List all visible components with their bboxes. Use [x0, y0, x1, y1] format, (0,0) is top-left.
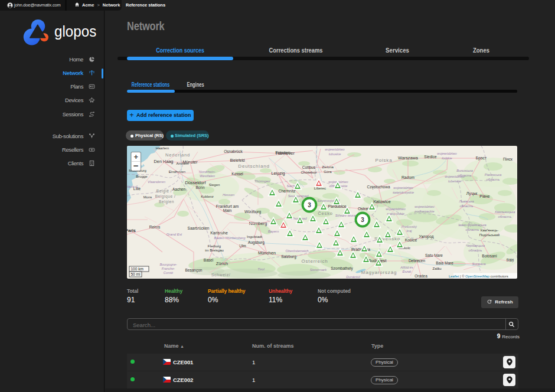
svg-text:Belgien: Belgien: [159, 200, 174, 204]
svg-text:Bonn: Bonn: [195, 185, 205, 190]
svg-text:lubuskie: lubuskie: [329, 152, 341, 156]
svg-text:Брэст: Брэст: [476, 156, 487, 161]
svg-text:Salzburg: Salzburg: [281, 254, 296, 259]
svg-text:Пінск: Пінск: [503, 157, 512, 161]
svg-text:Zürich: Zürich: [216, 261, 228, 266]
svg-text:Zielona: Zielona: [322, 165, 334, 169]
svg-text:świętokrzyskie: świętokrzyskie: [393, 191, 414, 194]
svg-text:Österreich: Österreich: [302, 259, 328, 264]
svg-text:50 mi: 50 mi: [131, 272, 141, 276]
svg-text:область: область: [466, 228, 479, 231]
svg-text:Botosani: Botosani: [482, 254, 497, 258]
svg-text:Észak: Észak: [402, 270, 412, 273]
svg-text:Besançon: Besançon: [185, 268, 203, 273]
svg-text:−: −: [133, 161, 139, 171]
svg-text:Хмельницька: Хмельницька: [494, 210, 515, 214]
svg-text:Baia Mare: Baia Mare: [436, 261, 453, 265]
svg-text:Bielefeld: Bielefeld: [230, 158, 245, 162]
svg-text:область: область: [469, 249, 482, 252]
svg-text:Augsburg: Augsburg: [248, 240, 265, 245]
svg-text:Grand Est: Grand Est: [166, 233, 182, 236]
svg-text:Bayern: Bayern: [268, 230, 279, 233]
svg-text:Луцьк: Луцьк: [466, 191, 478, 196]
svg-text:Кам'янець-: Кам'янець-: [481, 228, 499, 232]
svg-text:область: область: [460, 204, 474, 208]
svg-text:Arnhem: Arnhem: [176, 162, 188, 165]
svg-text:область: область: [487, 178, 500, 181]
svg-text:Івано-Франківська: Івано-Франківська: [458, 223, 486, 227]
svg-text:+: +: [133, 152, 138, 161]
svg-text:Oradea: Oradea: [414, 274, 427, 278]
svg-text:Львівська: Львівська: [458, 200, 474, 203]
svg-text:область: область: [498, 215, 512, 218]
svg-text:Osnabrück: Osnabrück: [224, 149, 243, 153]
svg-text:kraj: kraj: [406, 229, 412, 233]
svg-text:im Breisgau: im Breisgau: [205, 249, 224, 252]
svg-text:Main: Main: [223, 208, 232, 213]
svg-text:Tirol: Tirol: [257, 267, 265, 271]
svg-text:Suceava: Suceava: [472, 262, 487, 266]
svg-text:область: область: [458, 174, 472, 177]
svg-text:Aachen: Aachen: [172, 187, 185, 191]
svg-text:Westfalen: Westfalen: [200, 174, 216, 178]
svg-text:Cottbus: Cottbus: [302, 165, 316, 169]
svg-text:Polska: Polska: [376, 158, 393, 163]
svg-text:Siedlce: Siedlce: [424, 155, 437, 159]
svg-text:Warszawa: Warszawa: [398, 155, 419, 161]
svg-text:Belgique /: Belgique /: [155, 194, 176, 199]
svg-text:Paris: Paris: [127, 228, 136, 233]
svg-text:Ужгород: Ужгород: [419, 234, 434, 239]
svg-text:Bălți: Bălți: [507, 258, 514, 263]
svg-text:3: 3: [361, 217, 364, 223]
svg-text:Vlaanderen: Vlaanderen: [148, 180, 166, 184]
svg-text:Frankfurt am: Frankfurt am: [216, 204, 239, 208]
svg-text:100 km: 100 km: [131, 267, 143, 271]
svg-text:Zalău: Zalău: [432, 267, 441, 270]
svg-text:Częstochowa: Częstochowa: [367, 185, 390, 190]
svg-text:Подільський: Подільський: [479, 233, 500, 237]
svg-text:Mons: Mons: [143, 195, 152, 199]
svg-text:Nordrhein-: Nordrhein-: [199, 170, 216, 174]
svg-text:Oberösterreich: Oberösterreich: [286, 249, 309, 253]
svg-text:Ingolstadt: Ingolstadt: [247, 235, 262, 239]
svg-text:Česko: Česko: [318, 211, 333, 216]
svg-text:Koblenz: Koblenz: [201, 195, 214, 198]
svg-text:München: München: [258, 250, 276, 256]
svg-text:Dunántúl: Dunántúl: [346, 275, 360, 279]
svg-text:Brugge: Brugge: [136, 175, 148, 178]
svg-text:Basel: Basel: [204, 258, 214, 262]
svg-text:Alföld és: Alföld és: [400, 266, 413, 269]
svg-text:Leaflet | © OpenStreetMap cont: Leaflet | © OpenStreetMap contributors: [449, 275, 508, 278]
svg-text:Рівненська: Рівненська: [485, 173, 502, 177]
svg-text:Hauts-d...: Hauts-d...: [127, 185, 140, 188]
svg-text:Schweiz/: Schweiz/: [211, 273, 230, 277]
svg-text:lubelskie: lubelskie: [448, 179, 461, 183]
svg-text:Steiermark: Steiermark: [310, 268, 328, 272]
svg-text:Würzburg: Würzburg: [244, 210, 262, 214]
svg-text:województwo: województwo: [437, 152, 456, 155]
svg-text:Saarbrücken: Saarbrücken: [188, 226, 210, 230]
svg-text:łódzkie: łódzkie: [442, 156, 452, 160]
svg-text:Deutschland: Deutschland: [238, 164, 269, 169]
svg-text:województwo: województwo: [393, 186, 413, 190]
svg-text:województwo: województwo: [414, 205, 434, 208]
svg-text:3: 3: [308, 202, 311, 208]
svg-text:Szombathely: Szombathely: [331, 266, 353, 271]
svg-text:Katowice: Katowice: [373, 199, 391, 204]
svg-text:Düsseldorf: Düsseldorf: [185, 180, 207, 185]
svg-text:województwo: województwo: [325, 148, 344, 151]
svg-text:Góra: Góra: [324, 170, 332, 174]
svg-text:Baden-Württemberg: Baden-Württemberg: [214, 236, 246, 240]
svg-text:België /: België /: [156, 189, 172, 194]
svg-text:Franche-: Franche-: [162, 267, 175, 270]
svg-text:Potsdam: Potsdam: [275, 151, 290, 155]
svg-text:Freiburg: Freiburg: [208, 244, 221, 248]
svg-text:Siegen: Siegen: [209, 183, 220, 187]
svg-text:podkarpackie: podkarpackie: [414, 210, 434, 213]
svg-text:Severozápad: Severozápad: [288, 194, 309, 198]
svg-text:Волинська: Волинська: [456, 169, 473, 172]
svg-text:Bourgogne-: Bourgogne-: [159, 263, 177, 266]
svg-text:Comté: Comté: [164, 271, 173, 275]
svg-text:Thüringen: Thüringen: [254, 179, 270, 183]
svg-text:Debrecen: Debrecen: [409, 259, 426, 263]
